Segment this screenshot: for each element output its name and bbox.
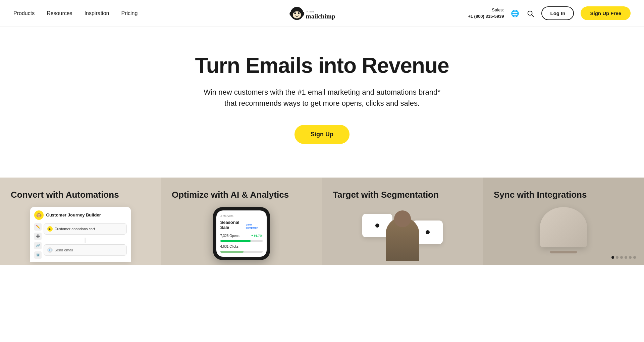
seg-illustration [333, 207, 472, 261]
journey-icon-btn-2[interactable]: ➕ [34, 233, 42, 240]
person-figure [386, 217, 419, 261]
svg-line-13 [532, 15, 534, 16]
dot-5[interactable] [629, 256, 632, 259]
opens-bar [220, 240, 263, 242]
clicks-bar-fill [220, 251, 244, 253]
hero-headline: Turn Emails into Revenue [195, 54, 449, 77]
seg-dot-1 [375, 224, 379, 228]
feature-ai-analytics: Optimize with AI & Analytics < Reports S… [161, 178, 322, 265]
hero-subheadline: Win new customers with the #1 email mark… [201, 87, 443, 109]
feature-automations-title: Convert with Automations [11, 190, 150, 200]
login-button[interactable]: Log In [541, 6, 574, 20]
svg-text:mailchimp: mailchimp [306, 12, 335, 19]
clicks-label: 4,631 Clicks [220, 245, 238, 248]
journey-icon-btn-1[interactable]: ✏️ [34, 223, 42, 231]
journey-node: ▶ Customer abandons cart [44, 223, 127, 235]
journey-icon-btn-4[interactable]: ⚙️ [34, 251, 42, 259]
phone-reports-label: < Reports [220, 214, 263, 218]
feature-int-title: Sync with Integrations [494, 190, 633, 200]
phone-screen: < Reports Seasonal Sale View campaign 7,… [216, 210, 267, 257]
phone-stats: 7,326 Opens + 66.7% 4,631 Clicks [220, 234, 263, 253]
smart-device [540, 207, 587, 247]
journey-icon: 🐵 [34, 210, 44, 220]
device-base [550, 251, 577, 253]
carousel-dots [607, 253, 640, 261]
journey-title: Customer Journey Builder [46, 212, 101, 217]
feature-integrations: Sync with Integrations [483, 178, 644, 265]
journey-node-icon: ▶ [47, 226, 53, 232]
int-illustration [494, 207, 633, 253]
svg-point-6 [295, 12, 296, 13]
logo[interactable]: INTUIT mailchimp [289, 6, 355, 21]
nav-item-inspiration[interactable]: Inspiration [85, 10, 109, 16]
svg-point-4 [294, 12, 296, 14]
seg-dot-2 [426, 230, 430, 234]
dot-2[interactable] [616, 256, 619, 259]
features-strip: Convert with Automations 🐵 Customer Jour… [0, 178, 644, 265]
sales-info: Sales: +1 (800) 315-5939 [468, 7, 504, 19]
opens-label: 7,326 Opens [220, 234, 239, 238]
svg-point-5 [298, 12, 300, 14]
seg-visual [356, 207, 449, 261]
feature-seg-title: Target with Segmentation [333, 190, 472, 200]
phone-notch [235, 208, 248, 210]
journey-node-2: 📧 Send email [44, 244, 127, 256]
search-icon[interactable] [526, 9, 535, 18]
journey-icon-btn-3[interactable]: 🔗 [34, 242, 42, 249]
dot-1[interactable] [611, 256, 614, 259]
nav-item-resources[interactable]: Resources [47, 10, 72, 16]
navbar: Products Resources Inspiration Pricing I… [0, 0, 644, 27]
hero-section: Turn Emails into Revenue Win new custome… [0, 27, 644, 178]
nav-item-pricing[interactable]: Pricing [121, 10, 138, 16]
automations-illustration: 🐵 Customer Journey Builder ✏️ ➕ 🔗 ⚙️ ▶ C… [11, 207, 150, 262]
dot-4[interactable] [625, 256, 627, 259]
feature-automations: Convert with Automations 🐵 Customer Jour… [0, 178, 161, 265]
nav-right: Sales: +1 (800) 315-5939 🌐 Log In Sign U… [468, 6, 631, 20]
globe-icon[interactable]: 🌐 [511, 9, 519, 18]
phone-view-campaign[interactable]: View campaign [246, 223, 262, 229]
opens-percent: + 66.7% [251, 234, 262, 238]
nav-item-products[interactable]: Products [13, 10, 35, 16]
clicks-bar [220, 251, 263, 253]
feature-segmentation: Target with Segmentation [322, 178, 483, 265]
svg-point-8 [289, 11, 292, 15]
feature-ai-title: Optimize with AI & Analytics [172, 190, 311, 200]
dot-6[interactable] [633, 256, 636, 259]
dot-3[interactable] [620, 256, 623, 259]
svg-point-9 [301, 11, 304, 15]
phone-campaign-title: Seasonal Sale [220, 220, 246, 230]
hero-signup-button[interactable]: Sign Up [294, 125, 350, 144]
signup-free-button[interactable]: Sign Up Free [581, 6, 631, 20]
opens-bar-fill [220, 240, 251, 242]
person-head [394, 210, 411, 227]
journey-node-icon-2: 📧 [47, 247, 53, 253]
ai-illustration: < Reports Seasonal Sale View campaign 7,… [172, 207, 311, 260]
nav-left: Products Resources Inspiration Pricing [13, 10, 138, 16]
phone-device: < Reports Seasonal Sale View campaign 7,… [213, 207, 270, 260]
svg-point-7 [299, 12, 299, 13]
